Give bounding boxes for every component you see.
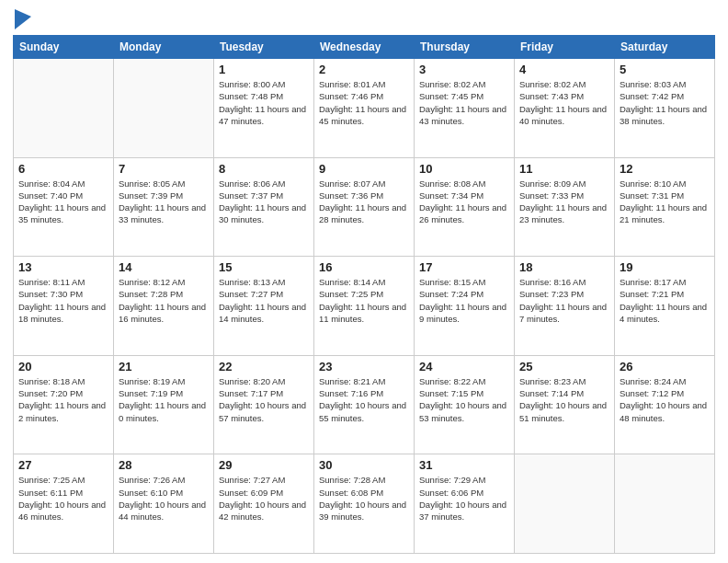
day-number: 24	[419, 360, 509, 373]
table-row: 24Sunrise: 8:22 AM Sunset: 7:15 PM Dayli…	[415, 355, 515, 454]
table-row	[615, 454, 715, 554]
day-number: 13	[18, 260, 108, 274]
day-number: 4	[519, 63, 609, 76]
table-row: 12Sunrise: 8:10 AM Sunset: 7:31 PM Dayli…	[615, 157, 715, 257]
day-info: Sunrise: 8:14 AM Sunset: 7:25 PM Dayligh…	[319, 276, 409, 325]
table-row: 6Sunrise: 8:04 AM Sunset: 7:40 PM Daylig…	[14, 157, 114, 257]
day-info: Sunrise: 8:23 AM Sunset: 7:14 PM Dayligh…	[519, 375, 609, 424]
day-info: Sunrise: 8:08 AM Sunset: 7:34 PM Dayligh…	[419, 178, 509, 226]
table-row: 8Sunrise: 8:06 AM Sunset: 7:37 PM Daylig…	[214, 157, 314, 257]
day-number: 31	[419, 458, 509, 472]
calendar-week-row: 27Sunrise: 7:25 AM Sunset: 6:11 PM Dayli…	[14, 454, 715, 554]
day-info: Sunrise: 8:12 AM Sunset: 7:28 PM Dayligh…	[119, 276, 209, 325]
table-row: 22Sunrise: 8:20 AM Sunset: 7:17 PM Dayli…	[214, 355, 314, 454]
logo-icon	[15, 9, 31, 29]
day-info: Sunrise: 7:27 AM Sunset: 6:09 PM Dayligh…	[219, 474, 309, 523]
calendar-week-row: 20Sunrise: 8:18 AM Sunset: 7:20 PM Dayli…	[14, 355, 715, 454]
day-number: 8	[219, 162, 309, 176]
table-row: 14Sunrise: 8:12 AM Sunset: 7:28 PM Dayli…	[114, 257, 214, 356]
day-number: 28	[119, 458, 209, 472]
day-info: Sunrise: 7:26 AM Sunset: 6:10 PM Dayligh…	[119, 474, 209, 523]
table-row: 13Sunrise: 8:11 AM Sunset: 7:30 PM Dayli…	[14, 257, 114, 356]
day-info: Sunrise: 8:05 AM Sunset: 7:39 PM Dayligh…	[119, 178, 209, 226]
table-row: 15Sunrise: 8:13 AM Sunset: 7:27 PM Dayli…	[214, 257, 314, 356]
day-info: Sunrise: 7:28 AM Sunset: 6:08 PM Dayligh…	[319, 474, 409, 523]
day-number: 22	[219, 360, 309, 373]
day-number: 23	[319, 360, 409, 373]
header	[13, 9, 715, 28]
table-row: 25Sunrise: 8:23 AM Sunset: 7:14 PM Dayli…	[515, 355, 615, 454]
table-row: 7Sunrise: 8:05 AM Sunset: 7:39 PM Daylig…	[114, 157, 214, 257]
col-monday: Monday	[114, 36, 214, 59]
day-number: 15	[219, 260, 309, 274]
day-number: 3	[419, 63, 509, 76]
day-info: Sunrise: 8:11 AM Sunset: 7:30 PM Dayligh…	[18, 276, 108, 325]
table-row: 18Sunrise: 8:16 AM Sunset: 7:23 PM Dayli…	[515, 257, 615, 356]
table-row: 20Sunrise: 8:18 AM Sunset: 7:20 PM Dayli…	[14, 355, 114, 454]
day-number: 25	[519, 360, 609, 373]
table-row: 21Sunrise: 8:19 AM Sunset: 7:19 PM Dayli…	[114, 355, 214, 454]
col-thursday: Thursday	[415, 36, 515, 59]
table-row	[14, 59, 114, 158]
table-row: 4Sunrise: 8:02 AM Sunset: 7:43 PM Daylig…	[515, 59, 615, 158]
col-friday: Friday	[515, 36, 615, 59]
day-info: Sunrise: 8:13 AM Sunset: 7:27 PM Dayligh…	[219, 276, 309, 325]
day-info: Sunrise: 8:22 AM Sunset: 7:15 PM Dayligh…	[419, 375, 509, 424]
day-info: Sunrise: 8:17 AM Sunset: 7:21 PM Dayligh…	[620, 276, 710, 325]
table-row: 9Sunrise: 8:07 AM Sunset: 7:36 PM Daylig…	[314, 157, 415, 257]
table-row: 27Sunrise: 7:25 AM Sunset: 6:11 PM Dayli…	[14, 454, 114, 554]
table-row: 26Sunrise: 8:24 AM Sunset: 7:12 PM Dayli…	[615, 355, 715, 454]
day-info: Sunrise: 7:25 AM Sunset: 6:11 PM Dayligh…	[18, 474, 108, 523]
table-row: 31Sunrise: 7:29 AM Sunset: 6:06 PM Dayli…	[415, 454, 515, 554]
day-number: 17	[419, 260, 509, 274]
page: Sunday Monday Tuesday Wednesday Thursday…	[0, 0, 728, 563]
calendar-week-row: 6Sunrise: 8:04 AM Sunset: 7:40 PM Daylig…	[14, 157, 715, 257]
col-wednesday: Wednesday	[314, 36, 415, 59]
day-info: Sunrise: 8:21 AM Sunset: 7:16 PM Dayligh…	[319, 375, 409, 424]
day-info: Sunrise: 8:03 AM Sunset: 7:42 PM Dayligh…	[620, 78, 710, 127]
table-row: 23Sunrise: 8:21 AM Sunset: 7:16 PM Dayli…	[314, 355, 415, 454]
day-info: Sunrise: 7:29 AM Sunset: 6:06 PM Dayligh…	[419, 474, 509, 523]
day-info: Sunrise: 8:24 AM Sunset: 7:12 PM Dayligh…	[620, 375, 710, 424]
day-number: 9	[319, 162, 409, 176]
day-info: Sunrise: 8:19 AM Sunset: 7:19 PM Dayligh…	[119, 375, 209, 424]
day-number: 26	[620, 360, 710, 373]
table-row: 2Sunrise: 8:01 AM Sunset: 7:46 PM Daylig…	[314, 59, 415, 158]
svg-marker-0	[15, 9, 31, 29]
day-number: 12	[620, 162, 710, 176]
day-info: Sunrise: 8:09 AM Sunset: 7:33 PM Dayligh…	[519, 178, 609, 226]
table-row: 11Sunrise: 8:09 AM Sunset: 7:33 PM Dayli…	[515, 157, 615, 257]
table-row: 5Sunrise: 8:03 AM Sunset: 7:42 PM Daylig…	[615, 59, 715, 158]
col-tuesday: Tuesday	[214, 36, 314, 59]
table-row	[114, 59, 214, 158]
table-row: 17Sunrise: 8:15 AM Sunset: 7:24 PM Dayli…	[415, 257, 515, 356]
calendar-week-row: 13Sunrise: 8:11 AM Sunset: 7:30 PM Dayli…	[14, 257, 715, 356]
day-info: Sunrise: 8:10 AM Sunset: 7:31 PM Dayligh…	[620, 178, 710, 226]
logo	[13, 9, 31, 28]
table-row: 10Sunrise: 8:08 AM Sunset: 7:34 PM Dayli…	[415, 157, 515, 257]
table-row: 3Sunrise: 8:02 AM Sunset: 7:45 PM Daylig…	[415, 59, 515, 158]
calendar-table: Sunday Monday Tuesday Wednesday Thursday…	[13, 35, 715, 554]
day-info: Sunrise: 8:15 AM Sunset: 7:24 PM Dayligh…	[419, 276, 509, 325]
table-row	[515, 454, 615, 554]
day-number: 19	[620, 260, 710, 274]
table-row: 19Sunrise: 8:17 AM Sunset: 7:21 PM Dayli…	[615, 257, 715, 356]
day-info: Sunrise: 8:02 AM Sunset: 7:43 PM Dayligh…	[519, 78, 609, 127]
day-info: Sunrise: 8:04 AM Sunset: 7:40 PM Dayligh…	[18, 178, 108, 226]
day-info: Sunrise: 8:07 AM Sunset: 7:36 PM Dayligh…	[319, 178, 409, 226]
col-sunday: Sunday	[14, 36, 114, 59]
day-number: 14	[119, 260, 209, 274]
day-number: 2	[319, 63, 409, 76]
table-row: 29Sunrise: 7:27 AM Sunset: 6:09 PM Dayli…	[214, 454, 314, 554]
day-number: 10	[419, 162, 509, 176]
day-info: Sunrise: 8:16 AM Sunset: 7:23 PM Dayligh…	[519, 276, 609, 325]
day-info: Sunrise: 8:01 AM Sunset: 7:46 PM Dayligh…	[319, 78, 409, 127]
table-row: 30Sunrise: 7:28 AM Sunset: 6:08 PM Dayli…	[314, 454, 415, 554]
day-number: 18	[519, 260, 609, 274]
day-number: 5	[620, 63, 710, 76]
day-number: 29	[219, 458, 309, 472]
day-number: 1	[219, 63, 309, 76]
calendar-header-row: Sunday Monday Tuesday Wednesday Thursday…	[14, 36, 715, 59]
day-info: Sunrise: 8:06 AM Sunset: 7:37 PM Dayligh…	[219, 178, 309, 226]
day-info: Sunrise: 8:00 AM Sunset: 7:48 PM Dayligh…	[219, 78, 309, 127]
